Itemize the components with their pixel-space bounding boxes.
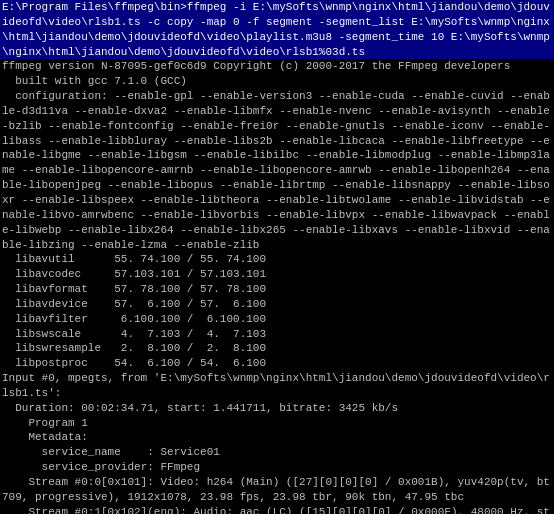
terminal-line-7: libavdevice 57. 6.100 / 57. 6.100 — [0, 297, 554, 312]
terminal-line-16: service_name : Service01 — [0, 445, 554, 460]
terminal-line-4: libavutil 55. 74.100 / 55. 74.100 — [0, 252, 554, 267]
terminal-line-8: libavfilter 6.100.100 / 6.100.100 — [0, 312, 554, 327]
terminal-line-15: Metadata: — [0, 430, 554, 445]
terminal-line-19: Stream #0:1[0x102](eng): Audio: aac (LC)… — [0, 505, 554, 514]
terminal-line-9: libswscale 4. 7.103 / 4. 7.103 — [0, 327, 554, 342]
terminal-line-17: service_provider: FFmpeg — [0, 460, 554, 475]
terminal-line-2: built with gcc 7.1.0 (GCC) — [0, 74, 554, 89]
terminal: E:\Program Files\ffmpeg\bin>ffmpeg -i E:… — [0, 0, 554, 514]
terminal-line-12: Input #0, mpegts, from 'E:\mySofts\wnmp\… — [0, 371, 554, 401]
terminal-line-11: libpostproc 54. 6.100 / 54. 6.100 — [0, 356, 554, 371]
terminal-line-18: Stream #0:0[0x101]: Video: h264 (Main) (… — [0, 475, 554, 505]
terminal-line-13: Duration: 00:02:34.71, start: 1.441711, … — [0, 401, 554, 416]
terminal-line-1: ffmpeg version N-87095-gef0c6d9 Copyrigh… — [0, 59, 554, 74]
terminal-line-6: libavformat 57. 78.100 / 57. 78.100 — [0, 282, 554, 297]
terminal-line-5: libavcodec 57.103.101 / 57.103.101 — [0, 267, 554, 282]
terminal-line-10: libswresample 2. 8.100 / 2. 8.100 — [0, 341, 554, 356]
terminal-line-3: configuration: --enable-gpl --enable-ver… — [0, 89, 554, 252]
terminal-line-0: E:\Program Files\ffmpeg\bin>ffmpeg -i E:… — [0, 0, 554, 59]
terminal-line-14: Program 1 — [0, 416, 554, 431]
